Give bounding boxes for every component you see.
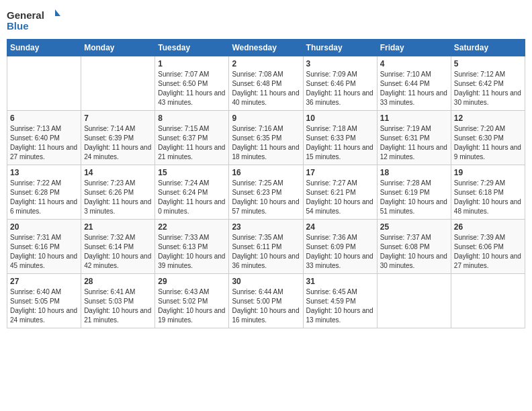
day-info: Sunrise: 7:22 AM Sunset: 6:28 PM Dayligh… <box>10 179 78 216</box>
calendar-cell: 10Sunrise: 7:18 AM Sunset: 6:33 PM Dayli… <box>303 111 377 165</box>
calendar-cell: 11Sunrise: 7:19 AM Sunset: 6:31 PM Dayli… <box>377 111 451 165</box>
day-number: 9 <box>232 113 300 123</box>
calendar-week-2: 6Sunrise: 7:13 AM Sunset: 6:40 PM Daylig… <box>7 111 525 165</box>
day-number: 29 <box>158 277 226 286</box>
day-number: 4 <box>380 59 448 68</box>
day-info: Sunrise: 7:16 AM Sunset: 6:35 PM Dayligh… <box>232 124 300 162</box>
calendar-cell: 22Sunrise: 7:33 AM Sunset: 6:13 PM Dayli… <box>155 220 229 274</box>
calendar-cell: 7Sunrise: 7:14 AM Sunset: 6:39 PM Daylig… <box>81 111 155 165</box>
calendar-cell: 18Sunrise: 7:28 AM Sunset: 6:19 PM Dayli… <box>377 165 451 220</box>
day-number: 5 <box>454 59 522 68</box>
day-info: Sunrise: 7:18 AM Sunset: 6:33 PM Dayligh… <box>306 124 374 162</box>
day-info: Sunrise: 7:24 AM Sunset: 6:24 PM Dayligh… <box>158 179 226 216</box>
calendar-cell: 17Sunrise: 7:27 AM Sunset: 6:21 PM Dayli… <box>303 165 377 220</box>
calendar-cell: 26Sunrise: 7:39 AM Sunset: 6:06 PM Dayli… <box>451 220 525 274</box>
day-number: 8 <box>158 113 226 123</box>
day-info: Sunrise: 7:07 AM Sunset: 6:50 PM Dayligh… <box>158 70 226 107</box>
svg-marker-1 <box>55 9 60 16</box>
day-info: Sunrise: 7:10 AM Sunset: 6:44 PM Dayligh… <box>380 70 448 107</box>
day-info: Sunrise: 6:44 AM Sunset: 5:00 PM Dayligh… <box>232 287 300 325</box>
calendar-cell: 31Sunrise: 6:45 AM Sunset: 4:59 PM Dayli… <box>303 274 377 328</box>
logo-svg: GeneralBlue <box>7 7 60 34</box>
day-info: Sunrise: 7:14 AM Sunset: 6:39 PM Dayligh… <box>84 124 152 162</box>
day-info: Sunrise: 7:15 AM Sunset: 6:37 PM Dayligh… <box>158 124 226 162</box>
calendar-cell <box>7 56 81 111</box>
day-number: 26 <box>454 222 522 232</box>
calendar-cell: 20Sunrise: 7:31 AM Sunset: 6:16 PM Dayli… <box>7 220 81 274</box>
day-number: 20 <box>10 222 78 232</box>
day-info: Sunrise: 7:09 AM Sunset: 6:46 PM Dayligh… <box>306 70 374 107</box>
day-number: 23 <box>232 222 300 232</box>
calendar-cell: 3Sunrise: 7:09 AM Sunset: 6:46 PM Daylig… <box>303 56 377 111</box>
calendar-cell: 19Sunrise: 7:29 AM Sunset: 6:18 PM Dayli… <box>451 165 525 220</box>
day-number: 24 <box>306 222 374 232</box>
calendar-cell: 21Sunrise: 7:32 AM Sunset: 6:14 PM Dayli… <box>81 220 155 274</box>
weekday-header-friday: Friday <box>377 40 451 56</box>
weekday-header-sunday: Sunday <box>7 40 81 56</box>
calendar-cell: 14Sunrise: 7:23 AM Sunset: 6:26 PM Dayli… <box>81 165 155 220</box>
calendar-cell <box>81 56 155 111</box>
calendar-cell: 15Sunrise: 7:24 AM Sunset: 6:24 PM Dayli… <box>155 165 229 220</box>
day-info: Sunrise: 7:35 AM Sunset: 6:11 PM Dayligh… <box>232 233 300 271</box>
day-info: Sunrise: 7:31 AM Sunset: 6:16 PM Dayligh… <box>10 233 78 271</box>
calendar-cell: 9Sunrise: 7:16 AM Sunset: 6:35 PM Daylig… <box>229 111 303 165</box>
day-info: Sunrise: 7:08 AM Sunset: 6:48 PM Dayligh… <box>232 70 300 107</box>
calendar-cell: 6Sunrise: 7:13 AM Sunset: 6:40 PM Daylig… <box>7 111 81 165</box>
calendar-cell: 23Sunrise: 7:35 AM Sunset: 6:11 PM Dayli… <box>229 220 303 274</box>
day-number: 11 <box>380 113 448 123</box>
calendar-cell: 5Sunrise: 7:12 AM Sunset: 6:42 PM Daylig… <box>451 56 525 111</box>
day-number: 18 <box>380 168 448 177</box>
day-info: Sunrise: 6:40 AM Sunset: 5:05 PM Dayligh… <box>10 287 78 325</box>
calendar-cell: 28Sunrise: 6:41 AM Sunset: 5:03 PM Dayli… <box>81 274 155 328</box>
day-info: Sunrise: 6:41 AM Sunset: 5:03 PM Dayligh… <box>84 287 152 325</box>
page-header: GeneralBlue <box>7 7 525 34</box>
day-number: 15 <box>158 168 226 177</box>
day-info: Sunrise: 6:45 AM Sunset: 4:59 PM Dayligh… <box>306 287 374 325</box>
day-info: Sunrise: 7:13 AM Sunset: 6:40 PM Dayligh… <box>10 124 78 162</box>
svg-text:General: General <box>7 9 44 21</box>
weekday-header-monday: Monday <box>81 40 155 56</box>
day-info: Sunrise: 7:20 AM Sunset: 6:30 PM Dayligh… <box>454 124 522 162</box>
day-info: Sunrise: 6:43 AM Sunset: 5:02 PM Dayligh… <box>158 287 226 325</box>
svg-text:Blue: Blue <box>7 20 29 32</box>
day-number: 22 <box>158 222 226 232</box>
calendar-cell: 12Sunrise: 7:20 AM Sunset: 6:30 PM Dayli… <box>451 111 525 165</box>
calendar-cell: 16Sunrise: 7:25 AM Sunset: 6:23 PM Dayli… <box>229 165 303 220</box>
day-number: 19 <box>454 168 522 177</box>
calendar-week-1: 1Sunrise: 7:07 AM Sunset: 6:50 PM Daylig… <box>7 56 525 111</box>
day-number: 17 <box>306 168 374 177</box>
calendar-body: 1Sunrise: 7:07 AM Sunset: 6:50 PM Daylig… <box>7 56 525 328</box>
calendar-cell: 30Sunrise: 6:44 AM Sunset: 5:00 PM Dayli… <box>229 274 303 328</box>
day-number: 3 <box>306 59 374 68</box>
calendar-cell <box>377 274 451 328</box>
calendar-cell: 27Sunrise: 6:40 AM Sunset: 5:05 PM Dayli… <box>7 274 81 328</box>
day-number: 25 <box>380 222 448 232</box>
day-number: 13 <box>10 168 78 177</box>
day-info: Sunrise: 7:37 AM Sunset: 6:08 PM Dayligh… <box>380 233 448 271</box>
day-info: Sunrise: 7:19 AM Sunset: 6:31 PM Dayligh… <box>380 124 448 162</box>
calendar-cell: 29Sunrise: 6:43 AM Sunset: 5:02 PM Dayli… <box>155 274 229 328</box>
calendar-week-4: 20Sunrise: 7:31 AM Sunset: 6:16 PM Dayli… <box>7 220 525 274</box>
day-number: 28 <box>84 277 152 286</box>
day-number: 7 <box>84 113 152 123</box>
day-number: 12 <box>454 113 522 123</box>
day-info: Sunrise: 7:32 AM Sunset: 6:14 PM Dayligh… <box>84 233 152 271</box>
weekday-header-wednesday: Wednesday <box>229 40 303 56</box>
day-info: Sunrise: 7:27 AM Sunset: 6:21 PM Dayligh… <box>306 179 374 216</box>
weekday-header-thursday: Thursday <box>303 40 377 56</box>
day-number: 10 <box>306 113 374 123</box>
weekday-header-saturday: Saturday <box>451 40 525 56</box>
day-info: Sunrise: 7:25 AM Sunset: 6:23 PM Dayligh… <box>232 179 300 216</box>
day-info: Sunrise: 7:36 AM Sunset: 6:09 PM Dayligh… <box>306 233 374 271</box>
calendar-cell <box>451 274 525 328</box>
calendar-cell: 8Sunrise: 7:15 AM Sunset: 6:37 PM Daylig… <box>155 111 229 165</box>
day-number: 30 <box>232 277 300 286</box>
day-number: 2 <box>232 59 300 68</box>
calendar-cell: 25Sunrise: 7:37 AM Sunset: 6:08 PM Dayli… <box>377 220 451 274</box>
day-number: 6 <box>10 113 78 123</box>
day-info: Sunrise: 7:29 AM Sunset: 6:18 PM Dayligh… <box>454 179 522 216</box>
day-number: 1 <box>158 59 226 68</box>
calendar-cell: 1Sunrise: 7:07 AM Sunset: 6:50 PM Daylig… <box>155 56 229 111</box>
calendar-cell: 2Sunrise: 7:08 AM Sunset: 6:48 PM Daylig… <box>229 56 303 111</box>
calendar-cell: 4Sunrise: 7:10 AM Sunset: 6:44 PM Daylig… <box>377 56 451 111</box>
